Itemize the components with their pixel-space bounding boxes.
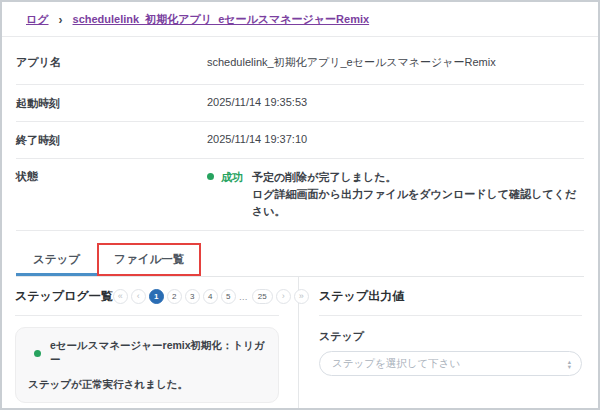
divider <box>319 315 582 316</box>
pagination-ellipsis: … <box>239 292 249 302</box>
pagination: « ‹ 1 2 3 4 5 … 25 › » <box>113 289 309 304</box>
pagination-page-1[interactable]: 1 <box>149 289 164 304</box>
step-select-placeholder: ステップを選択して下さい <box>332 357 460 371</box>
tab-step[interactable]: ステップ <box>16 243 97 276</box>
chevron-right-icon: › <box>59 13 63 27</box>
step-output-title: ステップ出力値 <box>319 288 582 305</box>
pagination-prev-button[interactable]: ‹ <box>131 289 146 304</box>
detail-value-end-time: 2025/11/14 19:37:10 <box>207 133 307 148</box>
pagination-first-button[interactable]: « <box>113 289 128 304</box>
pagination-page-4[interactable]: 4 <box>203 289 218 304</box>
detail-label-app-name: アプリ名 <box>16 55 207 70</box>
status-message-line2: ログ詳細画面から出力ファイルをダウンロードして確認してください。 <box>252 186 584 220</box>
tab-file-list[interactable]: ファイル一覧 <box>97 243 201 276</box>
status-badge: 成功 <box>221 170 243 185</box>
pagination-next-button[interactable]: › <box>276 289 291 304</box>
detail-row-status: 状態 成功 予定の削除が完了しました。 ログ詳細画面から出力ファイルをダウンロー… <box>16 159 584 231</box>
select-sorter-icon: ▴▾ <box>568 359 571 369</box>
step-output-panel: ステップ出力値 ステップ ステップを選択して下さい ▴▾ <box>299 277 598 410</box>
log-detail-page: { "breadcrumb": { "separator": "›", "ite… <box>0 0 600 410</box>
status-message-line1: 予定の削除が完了しました。 <box>252 169 584 186</box>
breadcrumb-link-app-log[interactable]: schedulelink_初期化アプリ_eセールスマネージャーRemix <box>73 12 370 27</box>
detail-label-start-time: 起動時刻 <box>16 96 207 111</box>
step-log-panel: ステップログ一覧 « ‹ 1 2 3 4 5 … 25 › » eセールスマネー… <box>2 277 299 410</box>
tab-bar: ステップ ファイル一覧 <box>16 243 584 277</box>
pagination-page-2[interactable]: 2 <box>167 289 182 304</box>
step-log-item-title: eセールスマネージャーremix初期化：トリガー <box>50 339 266 367</box>
step-log-title: ステップログ一覧 <box>15 288 113 305</box>
log-detail-table: アプリ名 schedulelink_初期化アプリ_eセールスマネージャーRemi… <box>16 37 584 231</box>
pagination-page-3[interactable]: 3 <box>185 289 200 304</box>
detail-label-status: 状態 <box>16 169 207 220</box>
divider <box>15 315 279 316</box>
detail-value-app-name: schedulelink_初期化アプリ_eセールスマネージャーRemix <box>207 55 496 70</box>
detail-label-end-time: 終了時刻 <box>16 133 207 148</box>
breadcrumb-link-log[interactable]: ログ <box>26 12 49 27</box>
step-select-label: ステップ <box>319 329 582 344</box>
success-dot-icon <box>34 350 41 357</box>
detail-value-start-time: 2025/11/14 19:35:53 <box>207 96 307 111</box>
step-log-item-trigger-init[interactable]: eセールスマネージャーremix初期化：トリガー ステップが正常実行されました。 <box>15 327 279 403</box>
detail-row-start-time: 起動時刻 2025/11/14 19:35:53 <box>16 85 584 122</box>
success-dot-icon <box>207 173 214 180</box>
detail-row-end-time: 終了時刻 2025/11/14 19:37:10 <box>16 122 584 159</box>
tab-content: ステップログ一覧 « ‹ 1 2 3 4 5 … 25 › » eセールスマネー… <box>2 277 598 410</box>
breadcrumb: ログ › schedulelink_初期化アプリ_eセールスマネージャーRemi… <box>2 2 598 37</box>
step-log-item-message: ステップが正常実行されました。 <box>28 378 266 392</box>
step-select[interactable]: ステップを選択して下さい ▴▾ <box>319 351 582 376</box>
pagination-page-25[interactable]: 25 <box>252 289 273 304</box>
pagination-page-5[interactable]: 5 <box>221 289 236 304</box>
detail-row-app-name: アプリ名 schedulelink_初期化アプリ_eセールスマネージャーRemi… <box>16 37 584 85</box>
